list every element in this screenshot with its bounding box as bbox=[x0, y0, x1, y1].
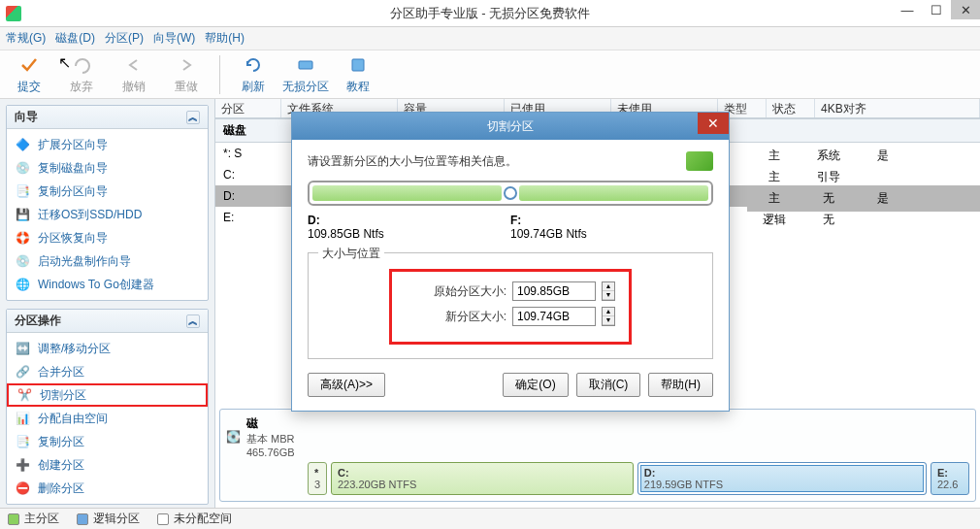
split-slider[interactable] bbox=[308, 181, 713, 206]
chevron-up-icon: ︽ bbox=[186, 111, 200, 124]
legend-logical: 逻辑分区 bbox=[77, 511, 140, 527]
menu-general[interactable]: 常规(G) bbox=[6, 30, 46, 47]
menu-help[interactable]: 帮助(H) bbox=[205, 30, 245, 47]
book-icon bbox=[346, 53, 370, 77]
undo-arc-icon bbox=[70, 53, 93, 77]
sidebar-item-allocate[interactable]: 📊分配自由空间 bbox=[7, 407, 208, 430]
partition-bar-c[interactable]: C: 223.20GB NTFS bbox=[331, 462, 634, 495]
discard-button[interactable]: 放弃 bbox=[58, 52, 105, 97]
ok-button[interactable]: 确定(O) bbox=[503, 373, 568, 397]
sidebar-item-delete[interactable]: ⛔删除分区 bbox=[7, 477, 208, 500]
create-icon: ➕ bbox=[15, 457, 30, 473]
advanced-button[interactable]: 高级(A)>> bbox=[308, 373, 385, 397]
slider-left-size: 109.85GB Ntfs bbox=[308, 227, 384, 241]
col-align[interactable]: 4KB对齐 bbox=[815, 99, 980, 117]
disk-icon: 💽 bbox=[226, 430, 241, 444]
menu-wizard[interactable]: 向导(W) bbox=[153, 30, 195, 47]
svg-rect-1 bbox=[352, 59, 364, 71]
highlight-box: 原始分区大小: 109.85GB ▲▼ 新分区大小: 109.74GB ▲▼ bbox=[389, 269, 632, 345]
app-icon bbox=[6, 6, 21, 21]
undo-button[interactable]: 撤销 bbox=[111, 52, 157, 97]
minimize-button[interactable]: — bbox=[893, 0, 922, 19]
menubar: 常规(G) 磁盘(D) 分区(P) 向导(W) 帮助(H) bbox=[0, 27, 980, 50]
menu-disk[interactable]: 磁盘(D) bbox=[55, 30, 95, 47]
partition-bar-d[interactable]: D: 219.59GB NTFS bbox=[637, 462, 927, 495]
maximize-button[interactable]: ☐ bbox=[922, 0, 951, 19]
sidebar-item-migrate[interactable]: 💾迁移OS到SSD/HDD bbox=[7, 203, 208, 226]
commit-button[interactable]: 提交 bbox=[6, 52, 52, 97]
size-position-group: 大小与位置 原始分区大小: 109.85GB ▲▼ 新分区大小: 109.74G… bbox=[308, 252, 713, 359]
split-dialog: 切割分区 ✕ 请设置新分区的大小与位置等相关信息。 D: 109.85GB Nt… bbox=[291, 112, 730, 412]
sidebar-item-merge[interactable]: 🔗合并分区 bbox=[7, 360, 208, 383]
svg-rect-0 bbox=[299, 61, 312, 69]
copy-icon: 📑 bbox=[15, 183, 30, 199]
toolbar: 提交 放弃 撤销 重做 刷新 无损分区 教程 bbox=[0, 50, 980, 99]
copy-icon: 📑 bbox=[15, 434, 30, 449]
resize-icon bbox=[294, 53, 317, 77]
redo-button[interactable]: 重做 bbox=[163, 52, 210, 97]
dialog-close-button[interactable]: ✕ bbox=[698, 113, 729, 134]
tutorial-button[interactable]: 教程 bbox=[335, 52, 381, 97]
resize-icon: ↔️ bbox=[15, 341, 30, 356]
slider-left-label: D: bbox=[308, 214, 510, 227]
menu-partition[interactable]: 分区(P) bbox=[105, 30, 144, 47]
partition-icon bbox=[686, 151, 713, 171]
sidebar-item-resize[interactable]: ↔️调整/移动分区 bbox=[7, 337, 208, 360]
partition-bar-e[interactable]: E: 22.6 bbox=[931, 462, 969, 495]
col-partition[interactable]: 分区 bbox=[215, 99, 281, 117]
slider-right-label: F: bbox=[510, 214, 713, 227]
footer: 主分区 逻辑分区 未分配空间 bbox=[0, 508, 980, 529]
wizard-icon: 🔷 bbox=[15, 137, 30, 152]
ssd-icon: 💾 bbox=[15, 207, 30, 222]
globe-icon: 🌐 bbox=[15, 277, 30, 292]
new-size-spinner[interactable]: ▲▼ bbox=[602, 307, 615, 326]
sidebar-item-create[interactable]: ➕创建分区 bbox=[7, 453, 208, 477]
ops-panel-head[interactable]: 分区操作 ︽ bbox=[7, 310, 208, 333]
sidebar-item-bootcd[interactable]: 💿启动光盘制作向导 bbox=[7, 249, 208, 273]
refresh-button[interactable]: 刷新 bbox=[230, 52, 277, 97]
legend-unalloc: 未分配空间 bbox=[157, 511, 232, 527]
check-icon bbox=[17, 53, 41, 77]
sidebar-item-split[interactable]: ✂️切割分区 bbox=[7, 383, 208, 407]
redo-icon bbox=[175, 53, 198, 77]
col-status[interactable]: 状态 bbox=[767, 99, 815, 117]
sidebar-item-recover[interactable]: 🛟分区恢复向导 bbox=[7, 226, 208, 249]
help-button[interactable]: 帮助(H) bbox=[648, 373, 713, 397]
allocate-icon: 📊 bbox=[15, 411, 30, 426]
titlebar: 分区助手专业版 - 无损分区免费软件 — ☐ ✕ bbox=[0, 0, 980, 27]
close-button[interactable]: ✕ bbox=[951, 0, 980, 19]
delete-icon: ⛔ bbox=[15, 480, 30, 496]
sidebar-item-copy[interactable]: 📑复制分区 bbox=[7, 430, 208, 453]
resize-button[interactable]: 无损分区 bbox=[282, 52, 329, 97]
orig-size-input[interactable]: 109.85GB bbox=[512, 281, 596, 301]
recover-icon: 🛟 bbox=[15, 230, 30, 246]
slider-right-size: 109.74GB Ntfs bbox=[510, 227, 587, 241]
disk-icon: 💿 bbox=[15, 160, 30, 176]
sidebar: 向导 ︽ 🔷扩展分区向导 💿复制磁盘向导 📑复制分区向导 💾迁移OS到SSD/H… bbox=[0, 99, 215, 508]
window-title: 分区助手专业版 - 无损分区免费软件 bbox=[390, 5, 591, 22]
undo-icon bbox=[122, 53, 146, 77]
dialog-title: 切割分区 ✕ bbox=[292, 113, 729, 140]
new-size-input[interactable]: 109.74GB bbox=[512, 307, 596, 326]
partition-bar-star[interactable]: * 3 bbox=[308, 462, 327, 495]
partition-graphic: 💽 磁 基本 MBR 465.76GB * 3 C: 223.20GB NTFS bbox=[219, 409, 976, 502]
new-size-label: 新分区大小: bbox=[445, 309, 506, 325]
cancel-button[interactable]: 取消(C) bbox=[576, 373, 641, 397]
sidebar-item-copypart[interactable]: 📑复制分区向导 bbox=[7, 180, 208, 203]
slider-handle[interactable] bbox=[504, 186, 517, 200]
sidebar-item-copydisk[interactable]: 💿复制磁盘向导 bbox=[7, 156, 208, 180]
wizard-panel-head[interactable]: 向导 ︽ bbox=[7, 106, 208, 129]
cd-icon: 💿 bbox=[15, 253, 30, 269]
legend-primary: 主分区 bbox=[8, 511, 59, 527]
chevron-up-icon: ︽ bbox=[186, 314, 200, 328]
sidebar-item-extend[interactable]: 🔷扩展分区向导 bbox=[7, 133, 208, 156]
ops-panel: 分区操作 ︽ ↔️调整/移动分区 🔗合并分区 ✂️切割分区 📊分配自由空间 📑复… bbox=[6, 309, 209, 505]
wizard-panel: 向导 ︽ 🔷扩展分区向导 💿复制磁盘向导 📑复制分区向导 💾迁移OS到SSD/H… bbox=[6, 105, 209, 301]
split-icon: ✂️ bbox=[16, 387, 32, 403]
dialog-hint: 请设置新分区的大小与位置等相关信息。 bbox=[308, 153, 517, 170]
orig-size-spinner[interactable]: ▲▼ bbox=[602, 281, 615, 301]
orig-size-label: 原始分区大小: bbox=[434, 283, 506, 300]
refresh-icon bbox=[242, 53, 265, 77]
merge-icon: 🔗 bbox=[15, 364, 30, 380]
sidebar-item-wtg[interactable]: 🌐Windows To Go创建器 bbox=[7, 273, 208, 296]
